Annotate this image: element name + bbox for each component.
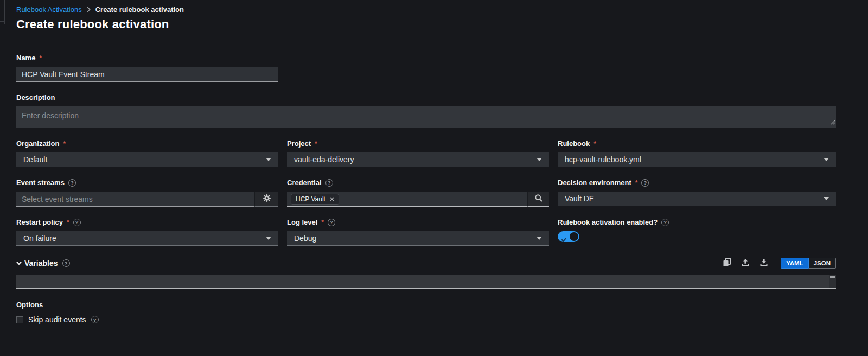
required-marker: *: [315, 141, 317, 147]
required-marker: *: [39, 55, 42, 61]
variables-section: Variables ?: [16, 258, 836, 289]
log-level-field-group: Log level * ? Debug: [287, 219, 549, 246]
decision-environment-select[interactable]: Vault DE: [558, 192, 836, 206]
decision-environment-label: Decision environment: [558, 179, 631, 187]
credential-label: Credential: [287, 179, 322, 187]
required-marker: *: [593, 141, 596, 147]
description-textarea[interactable]: [16, 106, 836, 128]
breadcrumb-link-rulebook-activations[interactable]: Rulebook Activations: [16, 5, 82, 14]
credential-chip-field[interactable]: HCP Vault: [287, 192, 527, 207]
help-icon[interactable]: ?: [73, 219, 81, 226]
page-title: Create rulebook activation: [16, 17, 868, 31]
page-header: Rulebook Activations Create rulebook act…: [0, 0, 868, 39]
required-marker: *: [63, 141, 66, 147]
variables-format-toggle: YAML JSON: [781, 258, 836, 269]
skip-audit-events-checkbox[interactable]: [16, 316, 23, 323]
restart-policy-select[interactable]: On failure: [16, 231, 278, 246]
credential-field-group: Credential ? HCP Vault: [287, 179, 549, 207]
skip-audit-events-row: Skip audit events ?: [16, 315, 836, 324]
breadcrumb: Rulebook Activations Create rulebook act…: [16, 5, 868, 14]
variables-label: Variables: [24, 259, 58, 268]
restart-policy-selected-value: On failure: [23, 234, 56, 243]
caret-down-icon: [537, 158, 542, 161]
credential-chip-label: HCP Vault: [296, 195, 326, 203]
chip-close-icon[interactable]: [330, 197, 334, 201]
json-format-button[interactable]: JSON: [809, 258, 836, 269]
upload-button[interactable]: [738, 257, 752, 269]
chevron-down-icon: [16, 261, 22, 265]
project-select[interactable]: vault-eda-delivery: [287, 152, 549, 167]
yaml-format-button[interactable]: YAML: [781, 258, 809, 269]
event-streams-label: Event streams: [16, 179, 65, 187]
upload-icon: [741, 258, 750, 269]
caret-down-icon: [824, 158, 829, 161]
variables-expand-toggle[interactable]: Variables: [16, 259, 58, 268]
rulebook-field-group: Rulebook * hcp-vault-rulebook.yml: [558, 140, 836, 167]
download-icon: [760, 258, 768, 269]
project-field-group: Project * vault-eda-delivery: [287, 140, 549, 167]
restart-policy-label: Restart policy: [16, 218, 63, 226]
activation-enabled-field-group: Rulebook activation enabled? ?: [558, 219, 836, 246]
name-label: Name: [16, 54, 35, 62]
copy-button[interactable]: [720, 257, 734, 269]
help-icon[interactable]: ?: [68, 179, 76, 187]
help-icon[interactable]: ?: [91, 316, 99, 323]
caret-down-icon: [266, 158, 271, 161]
search-icon: [534, 194, 543, 204]
log-level-selected-value: Debug: [294, 234, 316, 243]
variables-editor[interactable]: [16, 275, 836, 289]
caret-down-icon: [266, 237, 271, 240]
help-icon[interactable]: ?: [641, 179, 649, 187]
organization-field-group: Organization * Default: [16, 140, 278, 167]
organization-select[interactable]: Default: [16, 152, 278, 167]
activation-enabled-label: Rulebook activation enabled?: [558, 218, 658, 226]
project-selected-value: vault-eda-delivery: [294, 155, 354, 164]
log-level-select[interactable]: Debug: [287, 231, 549, 246]
event-streams-settings-button[interactable]: [254, 192, 278, 207]
rulebook-label: Rulebook: [558, 139, 590, 148]
rulebook-select[interactable]: hcp-vault-rulebook.yml: [558, 152, 836, 167]
log-level-label: Log level: [287, 218, 317, 226]
activation-enabled-toggle[interactable]: [558, 231, 579, 242]
organization-selected-value: Default: [23, 155, 47, 164]
description-field-group: Description: [16, 94, 836, 128]
required-marker: *: [321, 220, 324, 225]
textarea-resize-handle[interactable]: [831, 117, 835, 127]
rulebook-selected-value: hcp-vault-rulebook.yml: [565, 155, 641, 164]
breadcrumb-current: Create rulebook activation: [95, 5, 184, 14]
chevron-right-icon: [87, 7, 91, 12]
caret-down-icon: [537, 237, 542, 240]
help-icon[interactable]: ?: [328, 219, 335, 226]
required-marker: *: [635, 180, 638, 186]
event-streams-input[interactable]: [16, 192, 254, 207]
name-input[interactable]: [16, 67, 278, 82]
required-marker: *: [67, 220, 69, 225]
organization-label: Organization: [16, 139, 59, 148]
skip-audit-events-label: Skip audit events: [28, 315, 86, 324]
editor-scrollbar-thumb[interactable]: [830, 276, 835, 278]
restart-policy-field-group: Restart policy * ? On failure: [16, 219, 278, 246]
credential-chip: HCP Vault: [291, 194, 339, 205]
gear-icon: [263, 194, 271, 204]
decision-environment-field-group: Decision environment * ? Vault DE: [558, 179, 836, 207]
decision-environment-selected-value: Vault DE: [565, 194, 594, 203]
check-icon: [561, 234, 566, 244]
editor-scrollbar-track: [829, 275, 836, 288]
help-icon[interactable]: ?: [661, 219, 669, 226]
help-icon[interactable]: ?: [62, 259, 70, 267]
description-label: Description: [16, 93, 55, 101]
help-icon[interactable]: ?: [326, 179, 333, 187]
create-rulebook-activation-form: Name * Description Organization *: [0, 39, 868, 324]
options-label: Options: [16, 301, 836, 309]
copy-icon: [723, 258, 731, 269]
download-button[interactable]: [757, 257, 771, 269]
credential-browse-button[interactable]: [527, 192, 549, 207]
caret-down-icon: [824, 197, 829, 200]
toggle-knob: [570, 232, 578, 241]
project-label: Project: [287, 139, 311, 148]
options-section: Options Skip audit events ?: [16, 301, 836, 324]
name-field-group: Name *: [16, 54, 278, 82]
event-streams-field-group: Event streams ?: [16, 179, 278, 207]
